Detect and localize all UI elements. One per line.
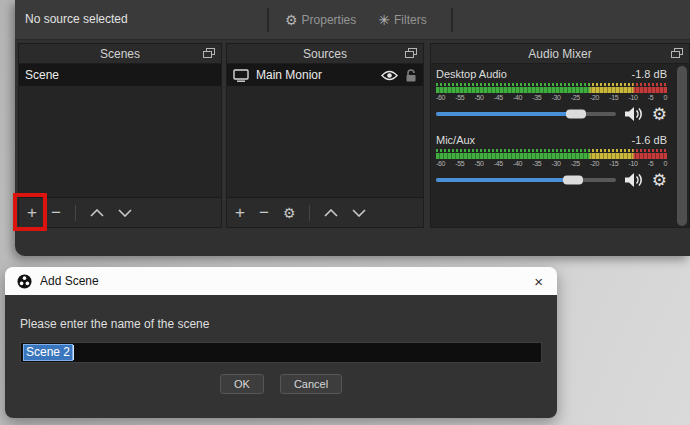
sources-panel: Sources Main Monior + − xyxy=(226,43,424,228)
move-source-down-button[interactable] xyxy=(352,209,366,217)
mixer-scrollbar[interactable] xyxy=(677,66,687,226)
add-scene-highlight-box xyxy=(13,193,47,231)
filters-button-label: Filters xyxy=(394,13,427,27)
db-tick-label: -50 xyxy=(475,160,484,167)
db-tick-label: -35 xyxy=(532,160,541,167)
scenes-panel-header: Scenes xyxy=(19,44,221,64)
sources-list: Main Monior xyxy=(227,64,423,197)
gear-icon: ⚙ xyxy=(285,13,298,27)
db-tick-label: -5 xyxy=(648,160,654,167)
dialog-body: Please enter the name of the scene Scene… xyxy=(5,295,557,418)
volume-meter-ticks xyxy=(436,149,667,152)
filters-icon: ✳ xyxy=(378,13,390,27)
selected-input-text: Scene 2 xyxy=(23,344,73,361)
obs-logo-icon xyxy=(17,274,32,289)
move-scene-down-button[interactable] xyxy=(118,209,132,217)
sources-panel-header: Sources xyxy=(227,44,423,64)
toolbar-separator xyxy=(267,8,269,32)
db-tick-label: -55 xyxy=(455,94,464,101)
speaker-icon[interactable] xyxy=(624,106,644,122)
db-scale: -60-55-50-45-40-35-30-25-20-15-10-50 xyxy=(436,160,667,167)
db-scale: -60-55-50-45-40-35-30-25-20-15-10-50 xyxy=(436,94,667,101)
db-tick-label: -40 xyxy=(513,160,522,167)
source-list-item[interactable]: Main Monior xyxy=(227,64,423,86)
toolbar-separator xyxy=(309,205,310,221)
toolbar-separator xyxy=(75,205,76,221)
db-tick-label: -35 xyxy=(532,94,541,101)
db-tick-label: -10 xyxy=(629,94,638,101)
dialog-title: Add Scene xyxy=(40,274,524,288)
filters-button[interactable]: ✳ Filters xyxy=(372,11,432,29)
db-tick-label: -30 xyxy=(552,94,561,101)
db-tick-label: -5 xyxy=(648,94,654,101)
scene-name-prompt: Please enter the name of the scene xyxy=(20,317,542,331)
audio-mixer-panel-title: Audio Mixer xyxy=(528,47,591,61)
obs-main-window: No source selected ⚙ Properties ✳ Filter… xyxy=(15,0,690,256)
scene-list-item[interactable]: Scene xyxy=(19,64,221,86)
lock-icon[interactable] xyxy=(405,69,417,82)
channel-gear-icon[interactable]: ⚙ xyxy=(652,106,667,123)
move-source-up-button[interactable] xyxy=(324,209,338,217)
audio-mixer-panel: Audio Mixer Desktop Audio -1.8 dB -60-55… xyxy=(430,43,690,228)
ok-button[interactable]: OK xyxy=(220,374,264,394)
db-tick-label: -25 xyxy=(571,160,580,167)
db-tick-label: -45 xyxy=(494,160,503,167)
properties-button[interactable]: ⚙ Properties xyxy=(279,11,362,29)
volume-slider[interactable] xyxy=(436,107,616,121)
slider-handle[interactable] xyxy=(563,176,583,185)
scenes-panel: Scenes Scene + − xyxy=(18,43,222,228)
scenes-panel-title: Scenes xyxy=(100,47,140,61)
db-tick-label: -55 xyxy=(455,160,464,167)
slider-fill xyxy=(436,112,576,116)
speaker-icon[interactable] xyxy=(624,172,644,188)
properties-button-label: Properties xyxy=(302,13,357,27)
channel-level-db: -1.6 dB xyxy=(632,134,667,146)
remove-source-button[interactable]: − xyxy=(259,204,269,221)
cancel-button[interactable]: Cancel xyxy=(280,374,342,394)
scene-name-input[interactable]: Scene 2 xyxy=(20,342,542,363)
panel-popout-icon[interactable] xyxy=(203,48,215,58)
channel-name: Desktop Audio xyxy=(436,68,507,80)
visibility-eye-icon[interactable] xyxy=(381,70,398,81)
db-tick-label: -15 xyxy=(609,94,618,101)
toolbar-separator xyxy=(451,8,453,32)
scene-item-label: Scene xyxy=(25,68,59,82)
text-caret xyxy=(73,345,74,360)
slider-fill xyxy=(436,178,573,182)
scenes-list: Scene xyxy=(19,64,221,197)
db-tick-label: -15 xyxy=(609,160,618,167)
db-tick-label: 0 xyxy=(663,94,667,101)
panel-popout-icon[interactable] xyxy=(671,48,683,58)
dialog-titlebar[interactable]: Add Scene × xyxy=(5,267,557,295)
slider-handle[interactable] xyxy=(566,110,586,119)
audio-mixer-body: Desktop Audio -1.8 dB -60-55-50-45-40-35… xyxy=(431,64,689,227)
db-tick-label: -30 xyxy=(552,160,561,167)
db-tick-label: -60 xyxy=(436,160,445,167)
volume-slider[interactable] xyxy=(436,173,616,187)
remove-scene-button[interactable]: − xyxy=(51,204,61,221)
no-source-selected-label: No source selected xyxy=(25,12,128,26)
move-scene-up-button[interactable] xyxy=(90,209,104,217)
db-tick-label: -45 xyxy=(494,94,503,101)
mixer-channel-desktop-audio: Desktop Audio -1.8 dB -60-55-50-45-40-35… xyxy=(431,64,689,123)
source-properties-gear-icon[interactable]: ⚙ xyxy=(283,206,296,220)
sources-panel-toolbar: + − ⚙ xyxy=(227,197,423,227)
add-scene-dialog: Add Scene × Please enter the name of the… xyxy=(5,267,557,418)
add-source-button[interactable]: + xyxy=(235,204,245,221)
close-icon[interactable]: × xyxy=(532,274,545,289)
db-tick-label: -50 xyxy=(475,94,484,101)
db-tick-label: -20 xyxy=(590,94,599,101)
db-tick-label: -60 xyxy=(436,94,445,101)
volume-meter-ticks xyxy=(436,83,667,86)
volume-meter xyxy=(436,87,667,93)
source-toolbar: No source selected ⚙ Properties ✳ Filter… xyxy=(15,0,690,40)
channel-level-db: -1.8 dB xyxy=(632,68,667,80)
scenes-panel-toolbar: + − xyxy=(19,197,221,227)
db-tick-label: -25 xyxy=(571,94,580,101)
db-tick-label: -10 xyxy=(629,160,638,167)
channel-gear-icon[interactable]: ⚙ xyxy=(652,172,667,189)
db-tick-label: -40 xyxy=(513,94,522,101)
mixer-channel-mic-aux: Mic/Aux -1.6 dB -60-55-50-45-40-35-30-25… xyxy=(431,130,689,189)
source-item-label: Main Monior xyxy=(256,68,322,82)
panel-popout-icon[interactable] xyxy=(405,48,417,58)
